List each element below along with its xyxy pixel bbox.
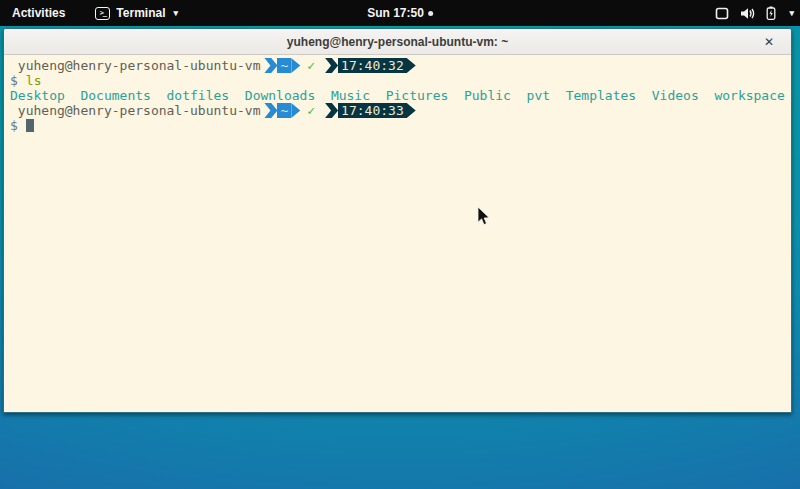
directory-listing: Desktop Documents dotfiles Downloads Mus… — [10, 88, 785, 103]
status-check-icon: ✓ — [307, 103, 315, 118]
app-menu-terminal[interactable]: >_ Terminal ▾ — [95, 6, 178, 20]
powerline-arrow-icon — [407, 103, 416, 118]
input-line[interactable]: $ — [10, 118, 791, 133]
text-cursor — [26, 119, 34, 132]
status-check-icon: ✓ — [307, 58, 315, 73]
prompt-time-segment: 17:40:32 — [338, 58, 407, 73]
powerline-chevron-icon — [264, 58, 277, 73]
notification-dot — [428, 11, 433, 16]
prompt-path-segment: ~ — [277, 58, 291, 73]
clock-button[interactable]: Sun 17:50 — [367, 6, 433, 20]
chevron-down-icon: ▾ — [173, 8, 178, 18]
window-titlebar[interactable]: yuheng@henry-personal-ubuntu-vm: ~ ✕ — [4, 29, 791, 55]
powerline-chevron-icon — [264, 103, 277, 118]
prompt-user-host: yuheng@henry-personal-ubuntu-vm — [10, 103, 260, 118]
terminal-app-icon: >_ — [95, 7, 110, 20]
powerline-arrow-icon — [291, 103, 300, 118]
app-menu-label: Terminal — [116, 6, 165, 20]
system-tray[interactable]: ▾ — [715, 6, 794, 20]
powerline-chevron-icon — [325, 103, 338, 118]
powerline-arrow-icon — [407, 58, 416, 73]
clock-label: Sun 17:50 — [367, 6, 424, 20]
terminal-screen[interactable]: yuheng@henry-personal-ubuntu-vm ~ ✓ 17:4… — [4, 55, 791, 412]
ls-output-line: Desktop Documents dotfiles Downloads Mus… — [10, 88, 791, 103]
powerline-chevron-icon — [325, 58, 338, 73]
battery-charging-icon — [766, 6, 776, 20]
typed-command: ls — [26, 73, 42, 88]
prompt-symbol: $ — [10, 73, 18, 88]
chevron-down-icon: ▾ — [789, 8, 794, 18]
display-icon — [715, 7, 729, 20]
close-icon[interactable]: ✕ — [758, 29, 780, 55]
terminal-window: yuheng@henry-personal-ubuntu-vm: ~ ✕ yuh… — [3, 28, 792, 413]
command-line: $ ls — [10, 73, 791, 88]
window-title: yuheng@henry-personal-ubuntu-vm: ~ — [287, 35, 508, 49]
prompt-line-2: yuheng@henry-personal-ubuntu-vm ~ ✓ 17:4… — [10, 103, 791, 118]
volume-icon — [740, 7, 755, 20]
powerline-arrow-icon — [291, 58, 300, 73]
prompt-user-host: yuheng@henry-personal-ubuntu-vm — [10, 58, 260, 73]
prompt-symbol: $ — [10, 118, 18, 133]
prompt-path-segment: ~ — [277, 103, 291, 118]
prompt-line-1: yuheng@henry-personal-ubuntu-vm ~ ✓ 17:4… — [10, 58, 791, 73]
activities-button[interactable]: Activities — [12, 6, 65, 20]
prompt-time-segment: 17:40:33 — [338, 103, 407, 118]
mouse-cursor-icon — [477, 206, 492, 227]
gnome-top-bar: Activities >_ Terminal ▾ Sun 17:50 ▾ — [0, 0, 800, 26]
